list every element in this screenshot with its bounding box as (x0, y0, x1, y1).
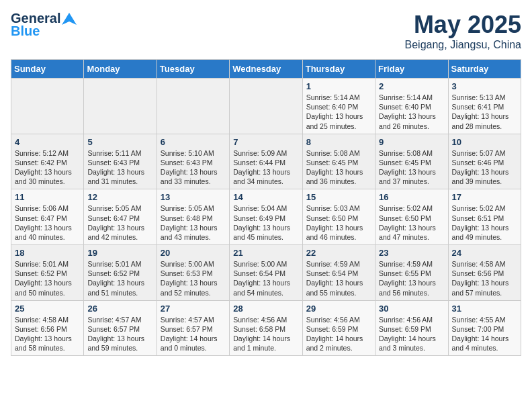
day-info: Sunrise: 5:00 AM Sunset: 6:53 PM Dayligh… (161, 259, 226, 298)
calendar-cell: 22Sunrise: 4:59 AM Sunset: 6:54 PM Dayli… (302, 245, 375, 301)
calendar-cell (11, 79, 84, 134)
day-info: Sunrise: 4:58 AM Sunset: 6:56 PM Dayligh… (15, 315, 80, 353)
calendar-cell: 9Sunrise: 5:08 AM Sunset: 6:45 PM Daylig… (375, 134, 448, 189)
calendar-cell: 14Sunrise: 5:04 AM Sunset: 6:49 PM Dayli… (230, 189, 302, 245)
title-block: May 2025 Beigang, Jiangsu, China (405, 11, 521, 51)
day-info: Sunrise: 5:05 AM Sunset: 6:47 PM Dayligh… (87, 203, 152, 242)
day-number: 26 (87, 304, 152, 314)
day-info: Sunrise: 5:03 AM Sunset: 6:50 PM Dayligh… (306, 203, 371, 242)
calendar-cell: 15Sunrise: 5:03 AM Sunset: 6:50 PM Dayli… (302, 189, 375, 245)
calendar-cell: 5Sunrise: 5:11 AM Sunset: 6:43 PM Daylig… (84, 134, 157, 189)
calendar-cell: 4Sunrise: 5:12 AM Sunset: 6:42 PM Daylig… (11, 134, 84, 189)
day-info: Sunrise: 5:00 AM Sunset: 6:54 PM Dayligh… (233, 259, 298, 298)
day-number: 18 (15, 248, 80, 258)
day-info: Sunrise: 4:56 AM Sunset: 6:59 PM Dayligh… (379, 315, 444, 353)
page-header: General Blue May 2025 Beigang, Jiangsu, … (11, 11, 521, 51)
day-number: 22 (306, 248, 371, 258)
calendar-cell: 19Sunrise: 5:01 AM Sunset: 6:52 PM Dayli… (84, 245, 157, 301)
calendar-cell: 2Sunrise: 5:14 AM Sunset: 6:40 PM Daylig… (375, 79, 448, 134)
day-info: Sunrise: 4:57 AM Sunset: 6:57 PM Dayligh… (161, 315, 226, 353)
day-number: 1 (306, 81, 371, 91)
day-number: 29 (306, 304, 371, 314)
calendar-cell (157, 79, 229, 134)
day-info: Sunrise: 5:12 AM Sunset: 6:42 PM Dayligh… (15, 148, 80, 187)
calendar-cell: 10Sunrise: 5:07 AM Sunset: 6:46 PM Dayli… (448, 134, 521, 189)
day-number: 17 (452, 192, 517, 202)
calendar-cell (230, 79, 302, 134)
calendar-table: SundayMondayTuesdayWednesdayThursdayFrid… (11, 59, 521, 356)
day-info: Sunrise: 5:08 AM Sunset: 6:45 PM Dayligh… (306, 148, 371, 187)
day-info: Sunrise: 5:01 AM Sunset: 6:52 PM Dayligh… (15, 259, 80, 298)
day-number: 31 (452, 304, 517, 314)
day-number: 8 (306, 137, 371, 147)
calendar-cell: 8Sunrise: 5:08 AM Sunset: 6:45 PM Daylig… (302, 134, 375, 189)
day-info: Sunrise: 5:11 AM Sunset: 6:43 PM Dayligh… (87, 148, 152, 187)
calendar-cell: 28Sunrise: 4:56 AM Sunset: 6:58 PM Dayli… (230, 300, 302, 356)
day-number: 19 (87, 248, 152, 258)
logo-bird-icon (62, 11, 77, 26)
calendar-cell: 21Sunrise: 5:00 AM Sunset: 6:54 PM Dayli… (230, 245, 302, 301)
day-number: 21 (233, 248, 298, 258)
day-info: Sunrise: 4:55 AM Sunset: 7:00 PM Dayligh… (452, 315, 517, 353)
day-number: 25 (15, 304, 80, 314)
calendar-cell: 25Sunrise: 4:58 AM Sunset: 6:56 PM Dayli… (11, 300, 84, 356)
day-number: 10 (452, 137, 517, 147)
day-number: 5 (87, 137, 152, 147)
svg-marker-0 (62, 13, 77, 25)
calendar-cell: 29Sunrise: 4:56 AM Sunset: 6:59 PM Dayli… (302, 300, 375, 356)
day-info: Sunrise: 5:04 AM Sunset: 6:49 PM Dayligh… (233, 203, 298, 242)
calendar-cell: 18Sunrise: 5:01 AM Sunset: 6:52 PM Dayli… (11, 245, 84, 301)
calendar-header-row: SundayMondayTuesdayWednesdayThursdayFrid… (11, 60, 521, 79)
column-header-wednesday: Wednesday (230, 60, 302, 79)
column-header-thursday: Thursday (302, 60, 375, 79)
day-number: 4 (15, 137, 80, 147)
day-number: 13 (161, 192, 226, 202)
calendar-title: May 2025 (405, 11, 521, 39)
day-info: Sunrise: 5:07 AM Sunset: 6:46 PM Dayligh… (452, 148, 517, 187)
calendar-week-row: 11Sunrise: 5:06 AM Sunset: 6:47 PM Dayli… (11, 189, 521, 245)
day-number: 24 (452, 248, 517, 258)
calendar-cell: 17Sunrise: 5:02 AM Sunset: 6:51 PM Dayli… (448, 189, 521, 245)
day-info: Sunrise: 5:02 AM Sunset: 6:50 PM Dayligh… (379, 203, 444, 242)
day-info: Sunrise: 5:13 AM Sunset: 6:41 PM Dayligh… (452, 93, 517, 131)
day-number: 9 (379, 137, 444, 147)
day-number: 16 (379, 192, 444, 202)
calendar-cell: 27Sunrise: 4:57 AM Sunset: 6:57 PM Dayli… (157, 300, 229, 356)
column-header-saturday: Saturday (448, 60, 521, 79)
day-number: 7 (233, 137, 298, 147)
day-number: 20 (161, 248, 226, 258)
calendar-cell: 7Sunrise: 5:09 AM Sunset: 6:44 PM Daylig… (230, 134, 302, 189)
day-info: Sunrise: 5:01 AM Sunset: 6:52 PM Dayligh… (87, 259, 152, 298)
calendar-cell: 1Sunrise: 5:14 AM Sunset: 6:40 PM Daylig… (302, 79, 375, 134)
day-info: Sunrise: 5:14 AM Sunset: 6:40 PM Dayligh… (379, 93, 444, 131)
day-info: Sunrise: 4:59 AM Sunset: 6:54 PM Dayligh… (306, 259, 371, 298)
calendar-cell: 16Sunrise: 5:02 AM Sunset: 6:50 PM Dayli… (375, 189, 448, 245)
day-number: 3 (452, 81, 517, 91)
day-info: Sunrise: 4:59 AM Sunset: 6:55 PM Dayligh… (379, 259, 444, 298)
calendar-cell: 31Sunrise: 4:55 AM Sunset: 7:00 PM Dayli… (448, 300, 521, 356)
day-number: 27 (161, 304, 226, 314)
day-number: 11 (15, 192, 80, 202)
calendar-cell: 20Sunrise: 5:00 AM Sunset: 6:53 PM Dayli… (157, 245, 229, 301)
calendar-subtitle: Beigang, Jiangsu, China (405, 39, 521, 51)
logo: General Blue (11, 11, 77, 39)
calendar-cell: 24Sunrise: 4:58 AM Sunset: 6:56 PM Dayli… (448, 245, 521, 301)
column-header-friday: Friday (375, 60, 448, 79)
calendar-cell: 30Sunrise: 4:56 AM Sunset: 6:59 PM Dayli… (375, 300, 448, 356)
calendar-week-row: 25Sunrise: 4:58 AM Sunset: 6:56 PM Dayli… (11, 300, 521, 356)
day-number: 23 (379, 248, 444, 258)
calendar-week-row: 18Sunrise: 5:01 AM Sunset: 6:52 PM Dayli… (11, 245, 521, 301)
day-number: 12 (87, 192, 152, 202)
day-info: Sunrise: 4:58 AM Sunset: 6:56 PM Dayligh… (452, 259, 517, 298)
day-info: Sunrise: 5:10 AM Sunset: 6:43 PM Dayligh… (161, 148, 226, 187)
calendar-cell: 12Sunrise: 5:05 AM Sunset: 6:47 PM Dayli… (84, 189, 157, 245)
column-header-monday: Monday (84, 60, 157, 79)
calendar-week-row: 4Sunrise: 5:12 AM Sunset: 6:42 PM Daylig… (11, 134, 521, 189)
day-info: Sunrise: 5:09 AM Sunset: 6:44 PM Dayligh… (233, 148, 298, 187)
column-header-sunday: Sunday (11, 60, 84, 79)
day-info: Sunrise: 5:08 AM Sunset: 6:45 PM Dayligh… (379, 148, 444, 187)
day-number: 28 (233, 304, 298, 314)
column-header-tuesday: Tuesday (157, 60, 229, 79)
calendar-cell: 23Sunrise: 4:59 AM Sunset: 6:55 PM Dayli… (375, 245, 448, 301)
logo-blue: Blue (11, 24, 40, 39)
